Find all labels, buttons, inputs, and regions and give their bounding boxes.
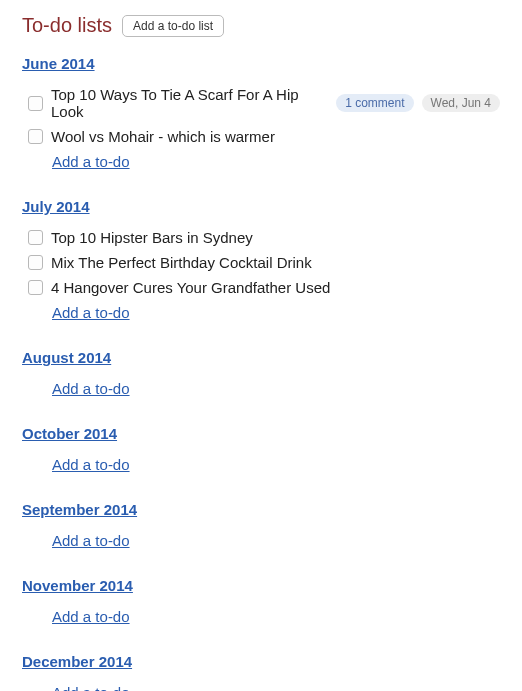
todo-text[interactable]: 4 Hangover Cures Your Grandfather Used: [51, 279, 330, 296]
todo-list-title[interactable]: October 2014: [22, 425, 117, 442]
todo-text[interactable]: Top 10 Hipster Bars in Sydney: [51, 229, 253, 246]
todo-item: Top 10 Ways To Tie A Scarf For A Hip Loo…: [28, 82, 500, 124]
todo-text[interactable]: Wool vs Mohair - which is warmer: [51, 128, 275, 145]
todo-list-title[interactable]: July 2014: [22, 198, 90, 215]
todo-items: Add a to-do: [28, 376, 500, 397]
todo-list: September 2014Add a to-do: [22, 501, 500, 549]
add-todo-link[interactable]: Add a to-do: [52, 608, 130, 625]
todo-item: Mix The Perfect Birthday Cocktail Drink: [28, 250, 500, 275]
todo-list: November 2014Add a to-do: [22, 577, 500, 625]
todo-list-title[interactable]: June 2014: [22, 55, 95, 72]
todo-items: Add a to-do: [28, 680, 500, 691]
todo-list: October 2014Add a to-do: [22, 425, 500, 473]
header: To-do lists Add a to-do list: [22, 14, 500, 37]
add-todo-link[interactable]: Add a to-do: [52, 456, 130, 473]
todo-checkbox[interactable]: [28, 255, 43, 270]
page-title: To-do lists: [22, 14, 112, 37]
todo-items: Top 10 Hipster Bars in SydneyMix The Per…: [28, 225, 500, 321]
comment-badge[interactable]: 1 comment: [336, 94, 413, 112]
todo-list: December 2014Add a to-do: [22, 653, 500, 691]
todo-list-title[interactable]: November 2014: [22, 577, 133, 594]
add-todo-list-button[interactable]: Add a to-do list: [122, 15, 224, 37]
todo-list-title[interactable]: December 2014: [22, 653, 132, 670]
todo-list-title[interactable]: September 2014: [22, 501, 137, 518]
todo-items: Top 10 Ways To Tie A Scarf For A Hip Loo…: [28, 82, 500, 170]
due-date-badge[interactable]: Wed, Jun 4: [422, 94, 500, 112]
add-todo-link[interactable]: Add a to-do: [52, 304, 130, 321]
todo-item: Wool vs Mohair - which is warmer: [28, 124, 500, 149]
todo-list-title[interactable]: August 2014: [22, 349, 111, 366]
todo-list: July 2014Top 10 Hipster Bars in SydneyMi…: [22, 198, 500, 321]
todo-checkbox[interactable]: [28, 230, 43, 245]
add-todo-link[interactable]: Add a to-do: [52, 684, 130, 691]
todo-checkbox[interactable]: [28, 96, 43, 111]
todo-items: Add a to-do: [28, 604, 500, 625]
todo-text[interactable]: Top 10 Ways To Tie A Scarf For A Hip Loo…: [51, 86, 328, 120]
todo-item: 4 Hangover Cures Your Grandfather Used: [28, 275, 500, 300]
todo-items: Add a to-do: [28, 452, 500, 473]
add-todo-link[interactable]: Add a to-do: [52, 380, 130, 397]
add-todo-link[interactable]: Add a to-do: [52, 153, 130, 170]
todo-checkbox[interactable]: [28, 280, 43, 295]
todo-list: August 2014Add a to-do: [22, 349, 500, 397]
add-todo-link[interactable]: Add a to-do: [52, 532, 130, 549]
todo-item: Top 10 Hipster Bars in Sydney: [28, 225, 500, 250]
todo-checkbox[interactable]: [28, 129, 43, 144]
todo-text[interactable]: Mix The Perfect Birthday Cocktail Drink: [51, 254, 312, 271]
todo-items: Add a to-do: [28, 528, 500, 549]
todo-list: June 2014Top 10 Ways To Tie A Scarf For …: [22, 55, 500, 170]
